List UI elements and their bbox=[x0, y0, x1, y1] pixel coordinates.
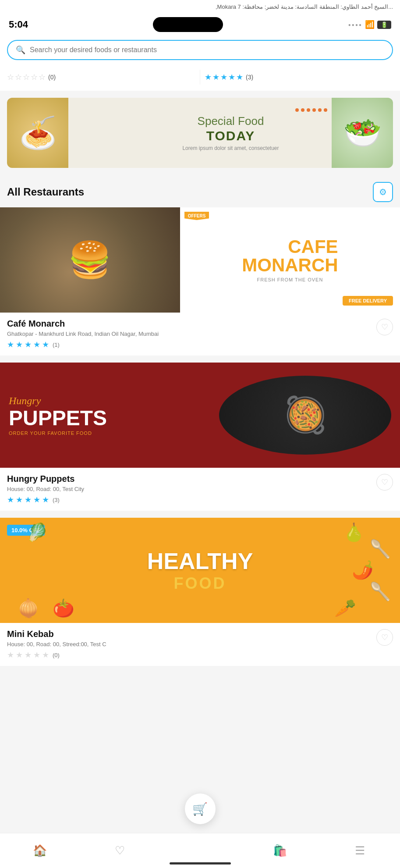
rating-filter-all[interactable]: ☆ ☆ ☆ ☆ ☆ (0) bbox=[7, 70, 195, 85]
arabic-header: ...السيخ أحمد الطاوي: المنطقة السادسة: م… bbox=[0, 0, 400, 14]
hungry-puppets-address: House: 00, Road: 00, Test City bbox=[7, 486, 371, 492]
mini-kebab-stars: ★ ★ ★ ★ ★ (0) bbox=[7, 650, 371, 660]
free-delivery-badge: FREE DELIVERY bbox=[343, 296, 393, 306]
cafe-monarch-banner: 🍔 OFFERS CAFE MONARCH FRESH FROM THE OVE… bbox=[0, 207, 400, 313]
heart-icon: ♡ bbox=[381, 477, 388, 487]
cafe-monarch-food-image: 🍔 bbox=[0, 207, 180, 313]
healthy-food-banner: 10.0% OFF 🥬 🍐 🧅 🍅 🥕 🌶️ 🥄 🥄 Healthy FOOD bbox=[0, 518, 400, 623]
cafe-monarch-text: OFFERS CAFE MONARCH FRESH FROM THE OVEN … bbox=[180, 207, 400, 313]
deco-lettuce: 🥬 bbox=[26, 522, 48, 543]
puppets-tagline: ORDER YOUR FAVORITE FOOD bbox=[9, 430, 219, 436]
rating-divider bbox=[200, 70, 200, 85]
restaurant-card-hungry-puppets[interactable]: Hungry PUPPETS ORDER YOUR FAVORITE FOOD … bbox=[0, 363, 400, 511]
puppets-text: Hungry PUPPETS ORDER YOUR FAVORITE FOOD bbox=[9, 395, 219, 436]
status-bar: 5:04 ●●●● 📶 🔋 bbox=[0, 14, 400, 36]
nav-home[interactable]: 🏠 bbox=[0, 844, 80, 857]
hungry-puppets-favorite-button[interactable]: ♡ bbox=[376, 474, 393, 491]
stars-empty: ☆ ☆ ☆ ☆ ☆ bbox=[7, 72, 46, 82]
signal-dots-icon: ●●●● bbox=[348, 22, 362, 27]
cafe-monarch-name: CAFE MONARCH bbox=[242, 238, 338, 274]
favorites-icon: ♡ bbox=[115, 844, 125, 857]
banner-dots bbox=[295, 108, 327, 112]
filter-button[interactable]: ⚙ bbox=[373, 182, 393, 202]
cafe-monarch-info: Café Monarch Ghatkopar - Mankhurd Link R… bbox=[0, 313, 400, 356]
banner-text: Special Food TODAY Lorem ipsum dolor sit… bbox=[68, 114, 393, 151]
cafe-monarch-favorite-button[interactable]: ♡ bbox=[376, 319, 393, 335]
banner-subtitle: Lorem ipsum dolor sit amet, consectetuer bbox=[68, 145, 393, 151]
healthy-text: Healthy FOOD bbox=[147, 548, 253, 593]
nav-favorites[interactable]: ♡ bbox=[80, 844, 160, 857]
mini-kebab-review-count: (0) bbox=[53, 652, 60, 658]
mini-kebab-address: House: 00, Road: 00, Streed:00, Test C bbox=[7, 641, 371, 647]
puppets-name-small: Hungry bbox=[9, 395, 219, 407]
battery-icon: 🔋 bbox=[377, 21, 391, 29]
mini-kebab-favorite-button[interactable]: ♡ bbox=[376, 629, 393, 646]
hungry-puppets-stars: ★ ★ ★ ★ ★ (3) bbox=[7, 495, 371, 505]
heart-icon: ♡ bbox=[381, 322, 388, 332]
cafe-monarch-address: Ghatkopar - Mankhurd Link Road, Indian O… bbox=[7, 331, 371, 337]
cafe-monarch-stars: ★ ★ ★ ★ ★ (1) bbox=[7, 340, 371, 349]
hungry-puppets-info: Hungry Puppets House: 00, Road: 00, Test… bbox=[0, 468, 400, 511]
banner-title: Special Food bbox=[68, 114, 393, 128]
home-icon: 🏠 bbox=[33, 844, 47, 857]
nav-menu[interactable]: ☰ bbox=[320, 844, 400, 857]
filter-icon: ⚙ bbox=[379, 187, 387, 197]
status-time: 5:04 bbox=[9, 19, 28, 30]
section-title: All Restaurants bbox=[7, 186, 84, 198]
rating-filter-row: ☆ ☆ ☆ ☆ ☆ (0) ★ ★ ★ ★ ★ (3) bbox=[0, 67, 400, 91]
hungry-puppets-details: Hungry Puppets House: 00, Road: 00, Test… bbox=[7, 474, 371, 505]
nav-bag[interactable]: 🛍️ bbox=[240, 844, 320, 857]
deco-pear: 🍐 bbox=[343, 522, 365, 543]
deco-onion: 🧅 bbox=[18, 598, 39, 619]
rating-count-5: (3) bbox=[246, 74, 253, 81]
status-notch bbox=[153, 17, 223, 32]
home-indicator bbox=[170, 862, 231, 864]
cart-icon: 🛒 bbox=[192, 802, 208, 816]
mini-kebab-details: Mini Kebab House: 00, Road: 00, Streed:0… bbox=[7, 629, 371, 660]
deco-carrot: 🥕 bbox=[334, 598, 356, 619]
offers-badge: OFFERS bbox=[184, 212, 209, 220]
search-icon: 🔍 bbox=[16, 45, 25, 55]
menu-icon: ☰ bbox=[355, 844, 365, 857]
cafe-monarch-card-name: Café Monarch bbox=[7, 319, 371, 329]
cafe-monarch-details: Café Monarch Ghatkopar - Mankhurd Link R… bbox=[7, 319, 371, 349]
special-food-banner[interactable]: 🍝 Special Food TODAY Lorem ipsum dolor s… bbox=[7, 98, 393, 168]
search-bar[interactable]: 🔍 bbox=[7, 40, 393, 60]
section-header: All Restaurants ⚙ bbox=[0, 175, 400, 207]
deco-tomato: 🍅 bbox=[53, 598, 74, 619]
puppets-food-image: 🥘 bbox=[219, 376, 391, 455]
hungry-puppets-card-name: Hungry Puppets bbox=[7, 474, 371, 484]
search-input[interactable] bbox=[30, 46, 384, 54]
hungry-puppets-review-count: (3) bbox=[53, 497, 60, 503]
banner-today: TODAY bbox=[68, 128, 393, 143]
mini-kebab-card-name: Mini Kebab bbox=[7, 629, 371, 639]
mini-kebab-info: Mini Kebab House: 00, Road: 00, Streed:0… bbox=[0, 623, 400, 666]
status-icons: ●●●● 📶 🔋 bbox=[348, 20, 391, 29]
cafe-monarch-review-count: (1) bbox=[53, 342, 60, 348]
floating-cart-button[interactable]: 🛒 bbox=[185, 793, 216, 824]
deco-spoon: 🥄 bbox=[369, 539, 391, 559]
deco-spoon2: 🥄 bbox=[369, 581, 391, 602]
wifi-icon: 📶 bbox=[365, 20, 375, 29]
puppets-name-big: PUPPETS bbox=[9, 408, 219, 429]
healthy-title: Healthy bbox=[147, 548, 253, 574]
healthy-food-label: FOOD bbox=[147, 574, 253, 593]
banner-food-left: 🍝 bbox=[7, 98, 68, 168]
restaurant-card-cafe-monarch[interactable]: 🍔 OFFERS CAFE MONARCH FRESH FROM THE OVE… bbox=[0, 207, 400, 356]
restaurant-card-mini-kebab[interactable]: 10.0% OFF 🥬 🍐 🧅 🍅 🥕 🌶️ 🥄 🥄 Healthy FOOD … bbox=[0, 518, 400, 666]
rating-filter-5star[interactable]: ★ ★ ★ ★ ★ (3) bbox=[205, 70, 393, 85]
search-container: 🔍 bbox=[0, 36, 400, 67]
deco-pepper: 🌶️ bbox=[352, 560, 374, 580]
hungry-puppets-banner: Hungry PUPPETS ORDER YOUR FAVORITE FOOD … bbox=[0, 363, 400, 468]
bag-icon: 🛍️ bbox=[273, 844, 287, 857]
heart-icon: ♡ bbox=[381, 633, 388, 642]
rating-count-0: (0) bbox=[48, 74, 56, 81]
bottom-spacer bbox=[0, 673, 400, 717]
stars-filled: ★ ★ ★ ★ ★ bbox=[205, 72, 243, 82]
cafe-monarch-tagline: FRESH FROM THE OVEN bbox=[257, 277, 323, 282]
